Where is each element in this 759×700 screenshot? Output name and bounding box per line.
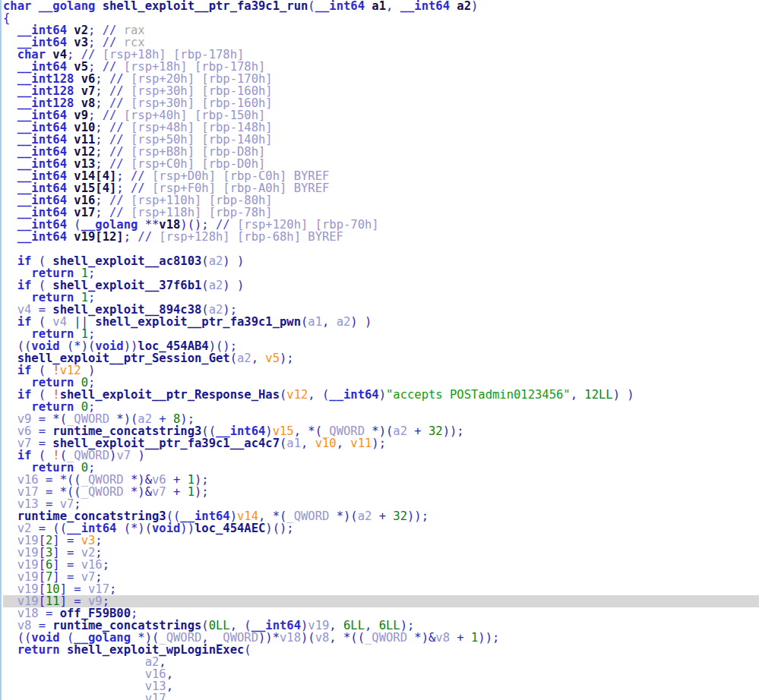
- code-line[interactable]: shell_exploit__ptr_Session_Get(a2, v5);: [3, 352, 759, 364]
- code-line[interactable]: v19[2] = v3;: [3, 534, 759, 547]
- code-line[interactable]: runtime_concatstring3((__int64)v14, *(_Q…: [3, 510, 759, 522]
- code-line[interactable]: char v4; // [rsp+18h] [rbp-178h]: [3, 49, 759, 61]
- code-line[interactable]: return 1;: [3, 328, 759, 340]
- uninitialized-variable[interactable]: v5: [265, 352, 280, 365]
- code-line[interactable]: if ( !shell_exploit__ptr_Response_Has(v1…: [3, 389, 759, 401]
- code-line[interactable]: [3, 243, 759, 255]
- punctuation: *)&: [124, 485, 152, 499]
- code-line[interactable]: v6 = runtime_concatstring3((__int64)v15,…: [3, 425, 759, 437]
- variable[interactable]: a2: [337, 315, 351, 329]
- variable[interactable]: v7: [152, 485, 166, 499]
- code-line[interactable]: if ( shell_exploit__ac8103(a2) ): [3, 255, 759, 267]
- punctuation: [3, 230, 17, 244]
- punctuation: )(: [301, 631, 315, 645]
- code-line[interactable]: v19[6] = v16;: [3, 559, 759, 571]
- code-line[interactable]: __int64 v11; // [rsp+50h] [rbp-140h]: [3, 134, 759, 146]
- number-literal[interactable]: 12LL: [584, 388, 612, 402]
- function-name[interactable]: shell_exploit__ptr_fa39c1_run: [103, 0, 308, 13]
- code-line[interactable]: if ( v4 || shell_exploit__ptr_fa39c1_pwn…: [3, 316, 759, 328]
- code-line[interactable]: __int64 v15[4]; // [rsp+F0h] [rbp-A0h] B…: [3, 182, 759, 194]
- variable[interactable]: a1: [286, 437, 301, 450]
- variable[interactable]: v17: [145, 692, 166, 700]
- code-line[interactable]: __int128 v7; // [rsp+30h] [rbp-160h]: [3, 85, 759, 97]
- variable[interactable]: a2: [237, 352, 251, 365]
- uninitialized-variable[interactable]: v12: [286, 388, 308, 402]
- code-line[interactable]: v19[3] = v2;: [3, 547, 759, 559]
- code-line[interactable]: __int64 v2; // rax: [3, 24, 759, 36]
- code-line[interactable]: v19[7] = v7;: [3, 571, 759, 583]
- code-line[interactable]: return 0;: [3, 401, 759, 413]
- code-line[interactable]: __int64 (__golang **v18)(); // [rsp+120h…: [3, 219, 759, 231]
- code-line[interactable]: __int64 v17; // [rsp+118h] [rbp-78h]: [3, 207, 759, 219]
- code-line[interactable]: v19[10] = v17;: [3, 583, 759, 595]
- code-line[interactable]: return 1;: [3, 292, 759, 304]
- code-line[interactable]: __int128 v8; // [rsp+30h] [rbp-160h]: [3, 97, 759, 109]
- code-line[interactable]: v16,: [3, 668, 759, 680]
- code-line[interactable]: __int64 v5; // [rsp+18h] [rbp-178h]: [3, 61, 759, 73]
- current-code-line[interactable]: v19[11] = v9;: [3, 595, 759, 607]
- code-line[interactable]: {: [3, 12, 759, 24]
- code-line[interactable]: v16 = *((_QWORD *)&v6 + 1);: [3, 474, 759, 486]
- code-line[interactable]: __int64 v9; // [rsp+40h] [rbp-150h]: [3, 109, 759, 121]
- function-name[interactable]: loc_454AEC: [194, 522, 265, 535]
- code-line[interactable]: __int64 v13; // [rsp+C0h] [rbp-D0h]: [3, 158, 759, 170]
- variable[interactable]: v8: [435, 631, 450, 645]
- code-line[interactable]: char __golang shell_exploit__ptr_fa39c1_…: [3, 0, 759, 12]
- punctuation: ,: [251, 352, 266, 365]
- code-line[interactable]: v17 = *((_QWORD *)&v7 + 1);: [3, 486, 759, 498]
- variable[interactable]: a2: [393, 424, 407, 438]
- variable[interactable]: a1: [308, 315, 322, 329]
- variable-declaration[interactable]: v19[12]: [67, 230, 124, 244]
- punctuation: , (: [308, 388, 329, 402]
- code-line[interactable]: return shell_exploit_wpLoginExec(: [3, 644, 759, 656]
- code-line[interactable]: return 0;: [3, 462, 759, 474]
- code-line[interactable]: __int64 v19[12]; // [rsp+128h] [rbp-68h]…: [3, 231, 759, 243]
- punctuation: (: [301, 315, 308, 329]
- code-line[interactable]: ((void (*)(void))loc_454AB4)();: [3, 340, 759, 352]
- function-name[interactable]: shell_exploit__ptr_fa39c1_pwn: [95, 315, 301, 329]
- punctuation: ))*: [258, 631, 280, 645]
- code-line[interactable]: v8 = runtime_concatstrings(0LL, (__int64…: [3, 620, 759, 632]
- code-line[interactable]: v17,: [3, 692, 759, 700]
- keyword: __int64: [315, 0, 365, 13]
- code-line[interactable]: __int64 v3; // rcx: [3, 36, 759, 49]
- variable[interactable]: a2: [209, 254, 223, 268]
- code-line[interactable]: v4 = shell_exploit__894c38(a2);: [3, 304, 759, 316]
- variable[interactable]: v8: [315, 631, 330, 645]
- code-line[interactable]: return 1;: [3, 267, 759, 279]
- variable[interactable]: a2: [209, 279, 223, 292]
- code-line[interactable]: v13 = v7;: [3, 498, 759, 510]
- code-line[interactable]: if ( shell_exploit__37f6b1(a2) ): [3, 279, 759, 292]
- code-line[interactable]: if ( !(_QWORD)v7 ): [3, 449, 759, 462]
- code-line[interactable]: __int64 v16; // [rsp+110h] [rbp-80h]: [3, 194, 759, 207]
- code-line[interactable]: __int64 v14[4]; // [rsp+D0h] [rbp-C0h] B…: [3, 170, 759, 182]
- variable-declaration[interactable]: a2: [450, 0, 471, 13]
- code-line[interactable]: a2,: [3, 656, 759, 668]
- uninitialized-variable[interactable]: v10: [315, 437, 337, 450]
- number-literal[interactable]: 32: [393, 509, 407, 523]
- pseudocode-view[interactable]: char __golang shell_exploit__ptr_fa39c1_…: [0, 0, 759, 700]
- punctuation: (: [244, 643, 251, 657]
- punctuation: ) ): [350, 315, 372, 329]
- variable-declaration[interactable]: a1: [365, 0, 386, 13]
- code-line[interactable]: __int64 v12; // [rsp+B8h] [rbp-D8h]: [3, 146, 759, 158]
- code-line[interactable]: v7 = shell_exploit__ptr_fa39c1__ac4c7(a1…: [3, 437, 759, 449]
- number-literal[interactable]: 1: [188, 485, 194, 499]
- uninitialized-variable[interactable]: v11: [350, 437, 372, 450]
- code-line[interactable]: __int64 v10; // [rsp+48h] [rbp-148h]: [3, 121, 759, 134]
- code-line[interactable]: return 0;: [3, 377, 759, 389]
- number-literal[interactable]: 32: [429, 424, 443, 438]
- variable[interactable]: v7: [116, 449, 131, 462]
- number-literal[interactable]: 1: [471, 631, 478, 645]
- string-literal[interactable]: "accepts POSTadmin0123456": [386, 388, 571, 402]
- code-line[interactable]: v2 = ((__int64 (*)(void))loc_454AEC)();: [3, 522, 759, 534]
- variable[interactable]: a2: [358, 509, 372, 523]
- code-line[interactable]: __int128 v6; // [rsp+20h] [rbp-170h]: [3, 73, 759, 85]
- variable[interactable]: v18: [280, 631, 301, 645]
- code-line[interactable]: ((void (__golang *)(_QWORD, _QWORD))*v18…: [3, 632, 759, 644]
- code-line[interactable]: v9 = *(_QWORD *)(a2 + 8);: [3, 413, 759, 425]
- code-line[interactable]: v18 = off_F59B00;: [3, 607, 759, 620]
- code-line[interactable]: if ( !v12 ): [3, 364, 759, 377]
- punctuation: ,: [322, 315, 337, 329]
- code-line[interactable]: v13,: [3, 680, 759, 692]
